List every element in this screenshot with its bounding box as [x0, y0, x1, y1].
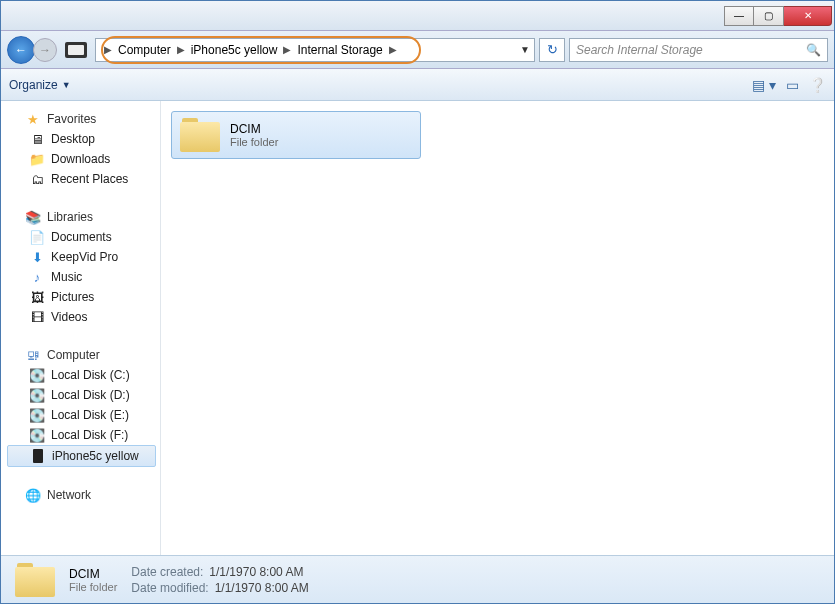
sidebar-header-libraries[interactable]: 📚 Libraries [7, 207, 160, 227]
close-button[interactable]: ✕ [784, 6, 832, 26]
toolbar-right: ▤ ▾ ▭ ❔ [752, 77, 826, 93]
window-controls: — ▢ ✕ [724, 6, 832, 26]
breadcrumb-item[interactable]: Internal Storage [295, 43, 384, 57]
sidebar-item-disk-f[interactable]: 💽 Local Disk (F:) [7, 425, 160, 445]
chevron-down-icon: ▼ [62, 80, 71, 90]
music-icon: ♪ [29, 269, 45, 285]
sidebar-group-favorites: ★ Favorites 🖥 Desktop 📁 Downloads 🗂 Rece… [7, 109, 160, 189]
status-modified-value: 1/1/1970 8:00 AM [215, 581, 309, 595]
organize-button[interactable]: Organize ▼ [9, 78, 71, 92]
downloads-icon: 📁 [29, 151, 45, 167]
nav-buttons: ← → [7, 36, 57, 64]
folder-name: DCIM [230, 122, 278, 136]
sidebar-item-label: Music [51, 270, 82, 284]
disk-icon: 💽 [29, 427, 45, 443]
status-created-label: Date created: [131, 565, 203, 579]
sidebar-item-recent[interactable]: 🗂 Recent Places [7, 169, 160, 189]
sidebar-item-label: Documents [51, 230, 112, 244]
content-pane[interactable]: DCIM File folder [161, 101, 834, 555]
sidebar-header-network[interactable]: 🌐 Network [7, 485, 160, 505]
chevron-right-icon: ▶ [283, 44, 291, 55]
sidebar-item-downloads[interactable]: 📁 Downloads [7, 149, 160, 169]
breadcrumb-item[interactable]: iPhone5c yellow [189, 43, 280, 57]
libraries-icon: 📚 [25, 209, 41, 225]
sidebar-item-videos[interactable]: 🎞 Videos [7, 307, 160, 327]
folder-text: DCIM File folder [230, 122, 278, 148]
breadcrumb-item[interactable]: Computer [116, 43, 173, 57]
sidebar-label: Network [47, 488, 91, 502]
titlebar: — ▢ ✕ [1, 1, 834, 31]
sidebar-header-favorites[interactable]: ★ Favorites [7, 109, 160, 129]
sidebar-item-label: Downloads [51, 152, 110, 166]
sidebar-item-iphone[interactable]: iPhone5c yellow [7, 445, 156, 467]
sidebar-label: Favorites [47, 112, 96, 126]
address-row: ← → ▶ Computer ▶ iPhone5c yellow ▶ Inter… [1, 31, 834, 69]
status-created-value: 1/1/1970 8:00 AM [209, 565, 303, 579]
sidebar-item-documents[interactable]: 📄 Documents [7, 227, 160, 247]
sidebar-label: Computer [47, 348, 100, 362]
status-type: File folder [69, 581, 117, 593]
explorer-window: — ▢ ✕ ← → ▶ Computer ▶ iPhone5c yellow ▶… [0, 0, 835, 604]
sidebar-item-disk-c[interactable]: 💽 Local Disk (C:) [7, 365, 160, 385]
sidebar-item-label: Desktop [51, 132, 95, 146]
sidebar-item-music[interactable]: ♪ Music [7, 267, 160, 287]
app-icon: ⬇ [29, 249, 45, 265]
minimize-button[interactable]: — [724, 6, 754, 26]
sidebar-item-label: Videos [51, 310, 87, 324]
computer-icon: 🖳 [25, 347, 41, 363]
device-icon [65, 42, 87, 58]
chevron-right-icon: ▶ [177, 44, 185, 55]
folder-type: File folder [230, 136, 278, 148]
forward-button[interactable]: → [33, 38, 57, 62]
back-button[interactable]: ← [7, 36, 35, 64]
status-name-col: DCIM File folder [69, 567, 117, 593]
sidebar-item-desktop[interactable]: 🖥 Desktop [7, 129, 160, 149]
status-bar: DCIM File folder Date created: 1/1/1970 … [1, 555, 834, 603]
sidebar-item-label: iPhone5c yellow [52, 449, 139, 463]
arrow-left-icon: ← [15, 43, 27, 57]
desktop-icon: 🖥 [29, 131, 45, 147]
maximize-button[interactable]: ▢ [754, 6, 784, 26]
preview-pane-button[interactable]: ▭ [786, 77, 799, 93]
sidebar-item-label: Recent Places [51, 172, 128, 186]
folder-icon [180, 118, 220, 152]
sidebar-header-computer[interactable]: 🖳 Computer [7, 345, 160, 365]
sidebar-item-disk-d[interactable]: 💽 Local Disk (D:) [7, 385, 160, 405]
organize-label: Organize [9, 78, 58, 92]
pictures-icon: 🖼 [29, 289, 45, 305]
arrow-right-icon: → [39, 43, 51, 57]
breadcrumb-dropdown-icon[interactable]: ▼ [520, 44, 530, 55]
help-button[interactable]: ❔ [809, 77, 826, 93]
breadcrumb[interactable]: ▶ Computer ▶ iPhone5c yellow ▶ Internal … [95, 38, 535, 62]
body: ★ Favorites 🖥 Desktop 📁 Downloads 🗂 Rece… [1, 101, 834, 555]
chevron-right-icon: ▶ [104, 44, 112, 55]
refresh-button[interactable]: ↻ [539, 38, 565, 62]
status-modified-label: Date modified: [131, 581, 208, 595]
phone-icon [30, 448, 46, 464]
search-placeholder: Search Internal Storage [576, 43, 703, 57]
sidebar-item-pictures[interactable]: 🖼 Pictures [7, 287, 160, 307]
sidebar-item-keepvid[interactable]: ⬇ KeepVid Pro [7, 247, 160, 267]
sidebar-item-label: Local Disk (E:) [51, 408, 129, 422]
folder-icon [15, 563, 55, 597]
sidebar-group-network: 🌐 Network [7, 485, 160, 505]
star-icon: ★ [25, 111, 41, 127]
status-meta: Date created: 1/1/1970 8:00 AM Date modi… [131, 565, 308, 595]
sidebar-item-label: Local Disk (F:) [51, 428, 128, 442]
sidebar-group-computer: 🖳 Computer 💽 Local Disk (C:) 💽 Local Dis… [7, 345, 160, 467]
sidebar: ★ Favorites 🖥 Desktop 📁 Downloads 🗂 Rece… [1, 101, 161, 555]
videos-icon: 🎞 [29, 309, 45, 325]
documents-icon: 📄 [29, 229, 45, 245]
disk-icon: 💽 [29, 407, 45, 423]
sidebar-item-label: Pictures [51, 290, 94, 304]
refresh-icon: ↻ [547, 42, 558, 57]
chevron-right-icon: ▶ [389, 44, 397, 55]
network-icon: 🌐 [25, 487, 41, 503]
folder-item-dcim[interactable]: DCIM File folder [171, 111, 421, 159]
view-options-button[interactable]: ▤ ▾ [752, 77, 776, 93]
sidebar-item-disk-e[interactable]: 💽 Local Disk (E:) [7, 405, 160, 425]
search-input[interactable]: Search Internal Storage 🔍 [569, 38, 828, 62]
search-icon: 🔍 [806, 43, 821, 57]
sidebar-group-libraries: 📚 Libraries 📄 Documents ⬇ KeepVid Pro ♪ … [7, 207, 160, 327]
sidebar-item-label: Local Disk (D:) [51, 388, 130, 402]
